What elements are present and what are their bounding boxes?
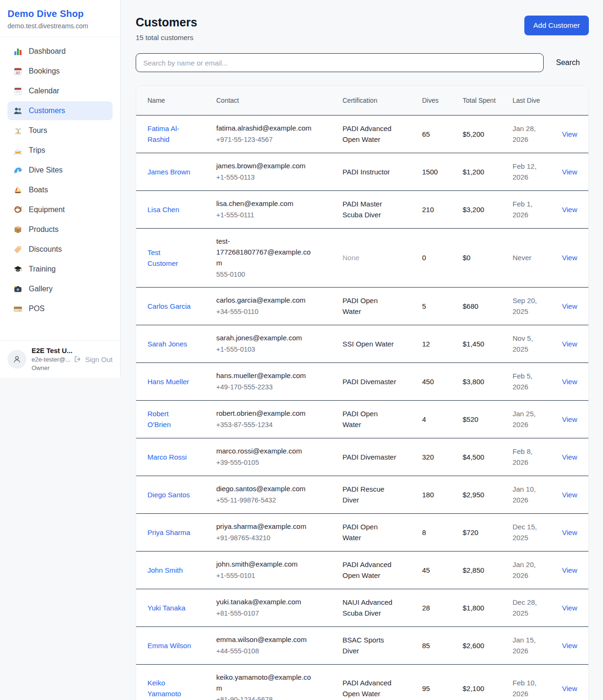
- customer-phone: +55-11-99876-5432: [216, 495, 316, 506]
- sidebar-item-boats[interactable]: Boats: [8, 181, 113, 199]
- table-row: Robert O'Brien robert.obrien@example.com…: [136, 400, 589, 438]
- customer-dives: 85: [422, 626, 463, 664]
- add-customer-button[interactable]: Add Customer: [524, 16, 589, 35]
- customer-name-link[interactable]: Keiko Yamamoto: [147, 679, 181, 698]
- customer-phone: +44-555-0108: [216, 646, 316, 657]
- column-header-name: Name: [136, 86, 216, 115]
- customer-dives: 28: [422, 589, 463, 626]
- column-header-total-spent: Total Spent: [463, 86, 513, 115]
- view-link[interactable]: View: [562, 168, 577, 176]
- sidebar-item-calendar[interactable]: Calendar: [8, 82, 113, 100]
- column-header-last-dive: Last Dive: [513, 86, 562, 115]
- user-info: E2E Test U... e2e-tester@... Owner: [32, 347, 68, 371]
- sidebar-item-tours[interactable]: Tours: [8, 121, 113, 140]
- customer-name-link[interactable]: Yuki Tanaka: [147, 604, 186, 612]
- customer-dives: 8: [422, 513, 463, 551]
- sidebar-item-dashboard[interactable]: Dashboard: [8, 42, 113, 61]
- discounts-icon: [13, 245, 23, 254]
- view-link[interactable]: View: [562, 491, 577, 499]
- view-link[interactable]: View: [562, 254, 577, 262]
- customer-name-link[interactable]: Lisa Chen: [147, 206, 179, 214]
- brand-title[interactable]: Demo Dive Shop: [8, 8, 113, 19]
- view-link[interactable]: View: [562, 206, 577, 214]
- customer-certification: None: [342, 228, 422, 287]
- view-link[interactable]: View: [562, 415, 577, 423]
- sidebar-item-equipment[interactable]: Equipment: [8, 200, 113, 219]
- view-link[interactable]: View: [562, 130, 577, 138]
- column-header-actions: [562, 86, 589, 115]
- customer-name-link[interactable]: Sarah Jones: [147, 340, 187, 348]
- view-link[interactable]: View: [562, 684, 577, 692]
- customer-name-link[interactable]: Carlos Garcia: [147, 302, 191, 310]
- customer-email: james.brown@example.com: [216, 160, 316, 171]
- sidebar-item-discounts[interactable]: Discounts: [8, 240, 113, 259]
- customer-last-dive: Never: [513, 228, 562, 287]
- search-input[interactable]: [136, 53, 544, 72]
- page-header-text: Customers 15 total customers: [136, 16, 197, 41]
- customer-name-link[interactable]: Robert O'Brien: [147, 410, 171, 428]
- sidebar-item-bookings[interactable]: 17 Bookings: [8, 62, 113, 81]
- sidebar-item-customers[interactable]: Customers: [8, 101, 113, 120]
- sidebar-item-pos[interactable]: POS: [8, 299, 113, 318]
- bookings-icon: 17: [13, 66, 23, 76]
- user-name: E2E Test U...: [32, 347, 68, 354]
- sidebar-item-trips[interactable]: Trips: [8, 141, 113, 160]
- customer-last-dive: Nov 5, 2025: [513, 325, 562, 362]
- view-link[interactable]: View: [562, 302, 577, 310]
- customer-certification: PADI Divemaster: [342, 438, 422, 476]
- sidebar-item-label: Dive Sites: [29, 166, 63, 174]
- customer-dives: 320: [422, 438, 463, 476]
- customer-name-link[interactable]: Priya Sharma: [147, 528, 190, 536]
- customer-email: priya.sharma@example.com: [216, 521, 316, 532]
- customer-total-spent: $2,100: [463, 664, 513, 700]
- customer-certification: PADI Advanced Open Water: [342, 551, 422, 589]
- view-link[interactable]: View: [562, 453, 577, 461]
- customer-name-link[interactable]: Emma Wilson: [147, 642, 191, 650]
- sidebar-item-label: Trips: [29, 146, 45, 155]
- customer-phone: +49-170-555-2233: [216, 382, 316, 393]
- customer-name-link[interactable]: Marco Rossi: [147, 453, 187, 461]
- customer-dives: 45: [422, 551, 463, 589]
- equipment-icon: [13, 205, 23, 214]
- customer-phone: +353-87-555-1234: [216, 420, 316, 430]
- customer-total-spent: $1,800: [463, 589, 513, 626]
- customer-name-link[interactable]: Fatima Al-Rashid: [147, 124, 179, 143]
- sidebar-item-training[interactable]: Training: [8, 260, 113, 279]
- sidebar: Demo Dive Shop demo.test.divestreams.com…: [0, 0, 121, 378]
- customers-icon: [13, 106, 23, 115]
- sign-out-button[interactable]: Sign Out: [73, 355, 113, 363]
- products-icon: [13, 225, 23, 234]
- customer-email: john.smith@example.com: [216, 559, 316, 569]
- table-row: Keiko Yamamoto keiko.yamamoto@example.co…: [136, 664, 589, 700]
- view-link[interactable]: View: [562, 378, 577, 386]
- customer-email: diego.santos@example.com: [216, 483, 316, 494]
- view-link[interactable]: View: [562, 340, 577, 348]
- view-link[interactable]: View: [562, 642, 577, 650]
- table-row: Sarah Jones sarah.jones@example.com +1-5…: [136, 325, 589, 362]
- svg-text:17: 17: [16, 71, 20, 75]
- customer-name-link[interactable]: Test Customer: [147, 248, 178, 267]
- table-row: Yuki Tanaka yuki.tanaka@example.com +81-…: [136, 589, 589, 626]
- search-bar: Search: [136, 53, 589, 72]
- customer-email: sarah.jones@example.com: [216, 332, 316, 343]
- customer-name-link[interactable]: Hans Mueller: [147, 378, 189, 386]
- customer-dives: 180: [422, 476, 463, 513]
- customer-name-link[interactable]: John Smith: [147, 566, 183, 574]
- view-link[interactable]: View: [562, 528, 577, 536]
- sidebar-item-dive-sites[interactable]: Dive Sites: [8, 161, 113, 180]
- table-row: Emma Wilson emma.wilson@example.com +44-…: [136, 626, 589, 664]
- sidebar-item-products[interactable]: Products: [8, 220, 113, 239]
- customer-name-link[interactable]: Diego Santos: [147, 491, 190, 499]
- app-root: Demo Dive Shop demo.test.divestreams.com…: [0, 0, 603, 700]
- customer-last-dive: Dec 15, 2025: [513, 513, 562, 551]
- sidebar-item-gallery[interactable]: Gallery: [8, 280, 113, 298]
- customer-last-dive: Jan 10, 2026: [513, 476, 562, 513]
- customer-name-link[interactable]: James Brown: [147, 168, 190, 176]
- customer-certification: PADI Master Scuba Diver: [342, 190, 422, 228]
- customer-certification: PADI Advanced Open Water: [342, 664, 422, 700]
- view-link[interactable]: View: [562, 604, 577, 612]
- view-link[interactable]: View: [562, 566, 577, 574]
- search-button[interactable]: Search: [556, 58, 580, 67]
- customer-certification: PADI Divemaster: [342, 362, 422, 400]
- customer-phone: +34-555-0110: [216, 306, 316, 317]
